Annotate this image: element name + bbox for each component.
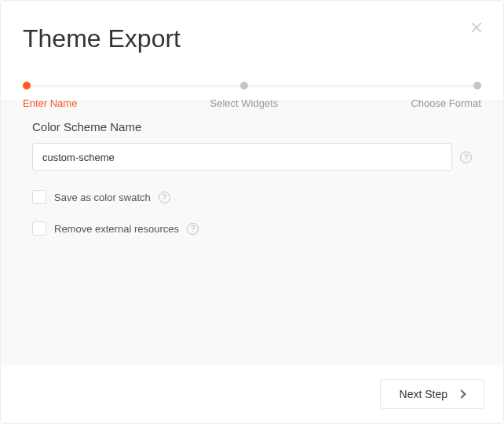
step-label: Enter Name (23, 97, 77, 109)
step-choose-format[interactable]: Choose Format (411, 82, 481, 109)
step-enter-name[interactable]: Enter Name (23, 82, 77, 109)
save-swatch-checkbox[interactable] (32, 190, 46, 204)
scheme-name-label: Color Scheme Name (32, 120, 472, 133)
next-step-label: Next Step (400, 388, 447, 400)
step-dot-icon (240, 82, 248, 90)
close-button[interactable] (469, 20, 484, 35)
chevron-right-icon (457, 389, 466, 398)
help-icon[interactable]: ? (187, 223, 199, 235)
theme-export-dialog: Theme Export Enter Name Select Widgets C… (0, 0, 504, 424)
next-step-button[interactable]: Next Step (380, 379, 484, 409)
save-swatch-label: Save as color swatch (54, 192, 151, 203)
form-content: Color Scheme Name ? Save as color swatch… (1, 101, 503, 383)
help-icon[interactable]: ? (460, 152, 472, 163)
dialog-footer: Next Step (1, 365, 503, 423)
step-dot-icon (23, 82, 31, 90)
step-label: Choose Format (411, 97, 481, 109)
dialog-title: Theme Export (1, 1, 503, 60)
step-select-widgets[interactable]: Select Widgets (210, 82, 279, 109)
remove-resources-label: Remove external resources (54, 223, 179, 235)
help-icon[interactable]: ? (159, 192, 170, 203)
scheme-name-input[interactable] (32, 143, 452, 171)
wizard-stepper: Enter Name Select Widgets Choose Format (1, 60, 503, 101)
close-icon (469, 20, 484, 35)
step-dot-icon (473, 82, 481, 90)
remove-resources-checkbox[interactable] (32, 221, 46, 236)
step-label: Select Widgets (210, 97, 279, 109)
